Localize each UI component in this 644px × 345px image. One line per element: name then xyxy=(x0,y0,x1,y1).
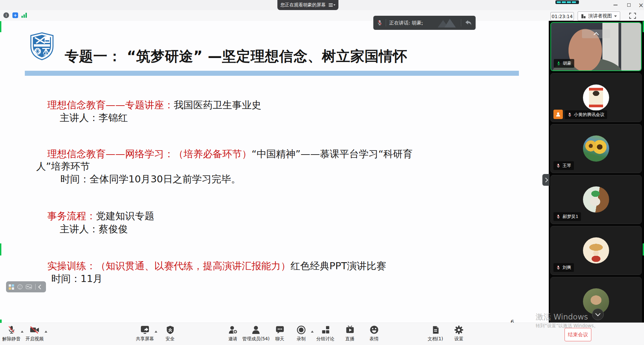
collapse-panel-icon[interactable] xyxy=(38,284,43,289)
watching-screen-banner: 您正在观看胡豪的屏幕 xyxy=(277,0,338,10)
apps-grid-icon[interactable] xyxy=(9,284,14,290)
mic-muted-icon xyxy=(568,112,572,117)
title-bar: 您正在观看胡豪的屏幕 × xyxy=(0,0,644,10)
device-status-icon xyxy=(555,0,579,4)
minimize-button[interactable] xyxy=(610,0,621,10)
start-video-button[interactable]: 开启视频 xyxy=(16,325,53,342)
mic-muted-icon xyxy=(556,265,560,270)
security-button[interactable]: 安全 xyxy=(152,325,189,342)
participant-name-badge: 郝梦昊1 xyxy=(553,212,581,221)
avatar xyxy=(583,84,609,111)
slide-text-line: 主讲人：李锦红 xyxy=(60,112,128,124)
record-icon xyxy=(296,325,306,335)
camera-off-icon xyxy=(30,325,40,335)
participant-name-badge: 王琴 xyxy=(553,161,574,170)
captions-icon[interactable] xyxy=(26,285,32,289)
settings-icon xyxy=(454,325,464,335)
network-signal-icon xyxy=(21,13,27,18)
docs-icon xyxy=(431,325,440,335)
avatar xyxy=(583,186,609,213)
participant-name-badge: 小黄的腾讯会议 xyxy=(565,110,607,119)
speaking-text: 正在讲话: 胡豪; xyxy=(389,20,423,26)
participant-name-badge: 刘爽 xyxy=(553,263,574,272)
person-icon xyxy=(555,112,561,117)
meeting-status-bar: i + 01:23:14 演讲者视图 xyxy=(0,10,644,21)
shared-screen-slide: 专题一： “筑梦研途” —坚定理想信念、树立家国情怀 理想信念教育——专题讲座：… xyxy=(0,21,549,323)
share-border-segment xyxy=(0,21,1,32)
participant-tile-huhao[interactable]: 胡豪 xyxy=(550,22,642,71)
emoji-icon xyxy=(369,325,379,335)
windows-activation-watermark: 激活 Windows xyxy=(536,312,588,322)
maximize-button[interactable] xyxy=(623,0,635,10)
view-mode-caret-icon xyxy=(614,15,617,17)
watching-banner-text: 您正在观看胡豪的屏幕 xyxy=(280,2,326,8)
chevron-down-icon xyxy=(595,311,601,317)
slide-text-line: 时间：11月 xyxy=(51,273,103,285)
share-border-segment xyxy=(0,320,2,323)
emoji-reactions-button[interactable]: 表情 xyxy=(356,325,392,342)
title-underline-bar xyxy=(25,71,519,76)
share-border-segment xyxy=(0,243,1,255)
participant-tile-liushuang[interactable]: 刘爽 xyxy=(550,226,642,275)
view-mode-button[interactable]: 演讲者视图 xyxy=(578,11,620,21)
mic-on-icon xyxy=(556,61,561,66)
slide-text-line: 理想信念教育——专题讲座：我国医药卫生事业史 xyxy=(47,99,261,111)
video-options-caret[interactable] xyxy=(45,331,47,333)
participant-name-badge: 胡豪 xyxy=(554,59,574,68)
participants-sidebar: 胡豪 小黄的腾讯会议 xyxy=(549,21,644,323)
windows-activation-watermark-sub: 转到“设置”以激活 Windows。 xyxy=(536,323,598,329)
university-logo xyxy=(30,32,54,62)
invite-icon xyxy=(228,325,238,335)
scroll-participants-down-button[interactable] xyxy=(592,308,604,320)
breakout-icon xyxy=(321,325,330,335)
security-shield-icon xyxy=(166,325,175,335)
slide-text-line: 人”培养环节 xyxy=(36,160,90,172)
slide-text-line: 实操训练：（知识贯通、以赛代练，提高演讲汇报能力）红色经典PPT演讲比赛 xyxy=(47,260,386,272)
slide-text-line: 理想信念教育——网络学习：（培养必备环节）“中国精神”——慕课平台学习“科研育 xyxy=(47,148,413,160)
meeting-window: 您正在观看胡豪的屏幕 × i + 01:23:14 演讲者视图 xyxy=(0,0,644,345)
end-meeting-button[interactable]: 结束会议 xyxy=(565,328,591,341)
speaker-avatars-placeholder-icon xyxy=(437,18,458,27)
banner-menu-icon[interactable] xyxy=(329,3,335,7)
reply-arrow-icon[interactable] xyxy=(464,19,472,26)
mic-muted-icon xyxy=(556,163,560,168)
share-border-segment xyxy=(643,243,644,255)
reaction-emoji-icon[interactable] xyxy=(17,284,22,289)
mic-muted-icon xyxy=(377,19,383,26)
meeting-protect-icon[interactable]: + xyxy=(12,12,18,18)
participant-tile-wangqin[interactable]: 王琴 xyxy=(550,124,642,173)
participant-tile-xiaohuang[interactable]: 小黄的腾讯会议 xyxy=(550,73,642,122)
meeting-timer: 01:23:14 xyxy=(550,12,574,20)
avatar xyxy=(583,135,609,162)
share-screen-icon xyxy=(140,325,150,335)
chevron-up-icon xyxy=(593,32,599,37)
active-speaker-toast: 正在讲话: 胡豪; xyxy=(373,16,476,30)
chevron-right-icon xyxy=(543,177,548,182)
fullscreen-icon[interactable] xyxy=(629,13,636,19)
settings-button[interactable]: 设置 xyxy=(440,325,477,342)
slide-text-line: 事务流程：党建知识专题 xyxy=(47,210,154,222)
live-icon xyxy=(345,325,355,335)
member-role-badge xyxy=(553,110,563,119)
layout-icon xyxy=(581,14,586,19)
slide-text-line: 主讲人：蔡俊俊 xyxy=(60,223,128,235)
mic-off-icon xyxy=(7,325,16,335)
slide-text-line: 时间：全体同学10月30日之前学习完毕。 xyxy=(60,173,241,185)
sidebar-collapse-tab[interactable] xyxy=(542,174,549,186)
floating-tools-panel xyxy=(6,281,46,292)
slide-title: 专题一： “筑梦研途” —坚定理想信念、树立家国情怀 xyxy=(65,47,407,66)
participant-tile-haomenghao[interactable]: 郝梦昊1 xyxy=(550,175,642,224)
members-icon xyxy=(251,325,261,335)
share-border-segment xyxy=(643,21,644,32)
mic-muted-icon xyxy=(556,214,560,219)
hide-videos-button[interactable] xyxy=(582,30,610,38)
meeting-info-icon[interactable]: i xyxy=(3,12,9,18)
close-button[interactable]: × xyxy=(635,0,644,10)
avatar xyxy=(583,237,609,264)
